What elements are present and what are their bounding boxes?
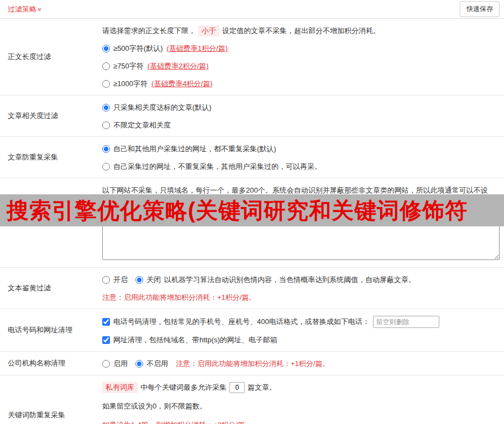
dedup-label: 文章防重复采集: [0, 137, 97, 178]
row-relevance: 文章相关度过滤 只采集相关度达标的文章(默认) 不限定文章相关度: [0, 96, 504, 137]
option-text: 关闭: [146, 274, 161, 285]
watermark-text: 搜索引擎优化策略(关键词研究和关键词修饰符: [0, 195, 468, 226]
url-clean-line: 网址清理，包括纯域名、带http(s)的网址、电子邮箱: [102, 335, 500, 346]
row-porn-filter: 文本鉴黄过滤 开启 关闭 以机器学习算法自动识别色情内容，当色情概率达到系统阈值…: [0, 268, 504, 309]
relevance-option-strict[interactable]: 只采集相关度达标的文章(默认): [102, 102, 500, 113]
keyword-dedup-content: 私有词库 中每个关键词最多允许采集 篇文章。 如果留空或设为0，则不限篇数。 如…: [97, 375, 504, 424]
option-text: 启用: [113, 358, 128, 369]
url-clean-checkbox[interactable]: [102, 336, 110, 344]
dedup-radio-global[interactable]: [102, 145, 110, 153]
content-length-radio-500[interactable]: [102, 45, 110, 52]
option-note: (基础费率2积分/篇): [148, 61, 209, 72]
option-text: ≥500字符(默认): [113, 43, 162, 54]
phone-clean-option[interactable]: 电话号码清理，包括常见的手机号、座机号、400电话格式，或替换成如下电话：: [102, 316, 370, 327]
row-dedup: 文章防重复采集 自己和其他用户采集过的网址，都不重复采集(默认) 自己采集过的网…: [0, 137, 504, 178]
porn-filter-cost-note: 注意：启用此功能将增加积分消耗：+1积分/篇。: [102, 292, 500, 303]
company-clean-option-off[interactable]: 不启用: [135, 358, 168, 369]
porn-filter-radio-off[interactable]: [135, 276, 143, 284]
porn-filter-radio-on[interactable]: [102, 276, 110, 284]
content-length-label: 正文长度过滤: [0, 19, 97, 95]
relevance-radio-strict[interactable]: [102, 104, 110, 112]
content-length-option-750[interactable]: ≥750字符 (基础费率2积分/篇): [102, 61, 500, 72]
company-clean-radio-on[interactable]: [102, 360, 110, 368]
page-header: 过滤策略 » 快速保存: [0, 0, 504, 19]
option-text: ≥1000字符: [113, 78, 148, 89]
row-phone-url-clean: 电话号码和网址清理 电话号码清理，包括常见的手机号、座机号、400电话格式，或替…: [0, 309, 504, 352]
private-lexicon-link[interactable]: 私有词库: [102, 382, 138, 393]
porn-filter-label: 文本鉴黄过滤: [0, 268, 97, 309]
relevance-option-any[interactable]: 不限定文章相关度: [102, 120, 500, 131]
phone-url-clean-label: 电话号码和网址清理: [0, 309, 97, 351]
line3-underline: 如果设为1-4篇: [102, 420, 149, 424]
filter-strategy-toggle[interactable]: 过滤策略 »: [8, 4, 42, 14]
watermark-overlay: 搜索引擎优化策略(关键词研究和关键词修饰符: [0, 194, 504, 226]
row-keyword-dedup: 关键词防重复采集 私有词库 中每个关键词最多允许采集 篇文章。 如果留空或设为0…: [0, 375, 504, 424]
url-clean-option[interactable]: 网址清理，包括纯域名、带http(s)的网址、电子邮箱: [102, 335, 277, 346]
intro-post: 设定值的文章不采集，超出部分不增加积分消耗。: [222, 25, 380, 36]
porn-filter-description: 以机器学习算法自动识别色情内容，当色情概率达到系统阈值，自动屏蔽文章。: [164, 274, 416, 285]
relevance-radio-any[interactable]: [102, 121, 110, 129]
option-text: ≥750字符: [113, 61, 144, 72]
phone-url-clean-content: 电话号码清理，包括常见的手机号、座机号、400电话格式，或替换成如下电话： 网址…: [97, 309, 504, 351]
company-clean-label: 公司机构名称清理: [0, 352, 97, 375]
option-note: (基础费率1积分/篇): [166, 43, 228, 54]
page-title: 过滤策略: [8, 4, 36, 14]
phone-clean-checkbox[interactable]: [102, 318, 110, 326]
replacement-phone-input[interactable]: [373, 316, 439, 328]
chevron-down-icon: »: [36, 7, 43, 11]
option-text: 网址清理，包括纯域名、带http(s)的网址、电子邮箱: [113, 335, 277, 346]
option-text: 自己采集过的网址，不重复采集，其他用户采集过的，可以再采。: [113, 161, 322, 172]
content-length-intro: 请选择需求的正文长度下限， 小于 设定值的文章不采集，超出部分不增加积分消耗。: [102, 25, 500, 36]
option-text: 电话号码清理，包括常见的手机号、座机号、400电话格式，或替换成如下电话：: [113, 316, 370, 327]
dedup-option-global[interactable]: 自己和其他用户采集过的网址，都不重复采集(默认): [102, 144, 500, 155]
option-text: 不启用: [146, 358, 168, 369]
keyword-dedup-line1: 私有词库 中每个关键词最多允许采集 篇文章。: [102, 382, 500, 393]
line1-end: 篇文章。: [248, 382, 276, 393]
company-clean-option-on[interactable]: 启用: [102, 358, 128, 369]
company-clean-options: 启用 不启用 注意：启用此功能将增加积分消耗：+1积分/篇。: [102, 358, 500, 369]
relevance-content: 只采集相关度达标的文章(默认) 不限定文章相关度: [97, 96, 504, 136]
content-length-content: 请选择需求的正文长度下限， 小于 设定值的文章不采集，超出部分不增加积分消耗。 …: [97, 19, 504, 95]
option-text: 开启: [113, 274, 128, 285]
row-company-clean: 公司机构名称清理 启用 不启用 注意：启用此功能将增加积分消耗：+1积分/篇。: [0, 352, 504, 375]
porn-filter-options: 开启 关闭 以机器学习算法自动识别色情内容，当色情概率达到系统阈值，自动屏蔽文章…: [102, 274, 500, 285]
dedup-radio-self[interactable]: [102, 163, 110, 171]
intro-highlight: 小于: [198, 25, 219, 36]
dedup-content: 自己和其他用户采集过的网址，都不重复采集(默认) 自己采集过的网址，不重复采集，…: [97, 137, 504, 178]
keyword-dedup-line3: 如果设为1-4篇 ，则增加积分消耗：+2积分/篇。: [102, 420, 500, 424]
max-articles-input[interactable]: [229, 382, 245, 393]
intro-pre: 请选择需求的正文长度下限，: [102, 25, 196, 36]
porn-filter-option-off[interactable]: 关闭: [135, 274, 161, 285]
company-clean-radio-off[interactable]: [135, 360, 143, 368]
row-content-length: 正文长度过滤 请选择需求的正文长度下限， 小于 设定值的文章不采集，超出部分不增…: [0, 19, 504, 96]
porn-filter-content: 开启 关闭 以机器学习算法自动识别色情内容，当色情概率达到系统阈值，自动屏蔽文章…: [97, 268, 504, 309]
quick-save-button[interactable]: 快速保存: [460, 1, 500, 17]
keyword-dedup-label: 关键词防重复采集: [0, 375, 97, 424]
line3-rest: ，则增加积分消耗：+2积分/篇。: [149, 420, 252, 424]
content-length-option-500[interactable]: ≥500字符(默认) (基础费率1积分/篇): [102, 43, 500, 54]
content-length-radio-1000[interactable]: [102, 80, 110, 88]
content-length-radio-750[interactable]: [102, 62, 110, 70]
keyword-dedup-line2: 如果留空或设为0，则不限篇数。: [102, 401, 500, 412]
company-clean-cost-note: 注意：启用此功能将增加积分消耗：+1积分/篇。: [176, 358, 329, 369]
line1-mid: 中每个关键词最多允许采集: [140, 382, 227, 393]
phone-clean-line: 电话号码清理，包括常见的手机号、座机号、400电话格式，或替换成如下电话：: [102, 316, 500, 328]
content-length-option-1000[interactable]: ≥1000字符 (基础费率4积分/篇): [102, 78, 500, 89]
dedup-option-self[interactable]: 自己采集过的网址，不重复采集，其他用户采集过的，可以再采。: [102, 161, 500, 172]
option-note: (基础费率4积分/篇): [151, 78, 213, 89]
option-text: 只采集相关度达标的文章(默认): [113, 102, 212, 113]
option-text: 自己和其他用户采集过的网址，都不重复采集(默认): [113, 144, 276, 155]
relevance-label: 文章相关度过滤: [0, 96, 97, 136]
company-clean-content: 启用 不启用 注意：启用此功能将增加积分消耗：+1积分/篇。: [97, 352, 504, 375]
filter-settings-page: 过滤策略 » 快速保存 正文长度过滤 请选择需求的正文长度下限， 小于 设定值的…: [0, 0, 504, 424]
porn-filter-option-on[interactable]: 开启: [102, 274, 128, 285]
option-text: 不限定文章相关度: [113, 120, 171, 131]
